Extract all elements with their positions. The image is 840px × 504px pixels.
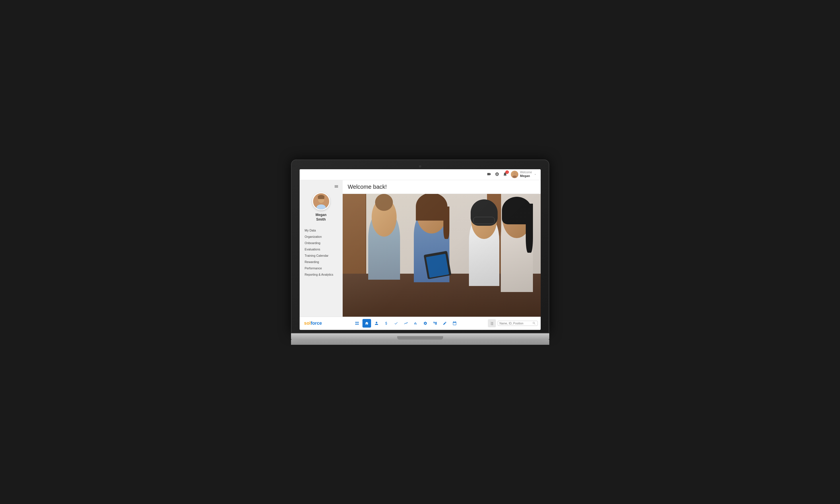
screen-bezel: 1 Welcome Megan	[291, 160, 549, 333]
sidebar-item-organization[interactable]: Organization	[303, 234, 340, 240]
org-icon-btn[interactable]	[431, 319, 440, 328]
welcome-header: Welcome back!	[343, 180, 541, 194]
sidebar-item-performance[interactable]: Performance	[303, 265, 340, 271]
search-input[interactable]	[500, 322, 531, 325]
calendar-icon-btn[interactable]	[450, 319, 459, 328]
search-icon	[532, 322, 536, 325]
search-input-wrap	[498, 321, 538, 326]
brand-logo: solforce	[303, 321, 324, 326]
toolbar-icons	[353, 319, 459, 328]
bottom-toolbar: solforce	[300, 317, 541, 330]
sidebar-nav: My Data Organization Onboarding Evaluati…	[300, 227, 343, 278]
svg-rect-5	[318, 196, 324, 199]
sidebar-item-onboarding[interactable]: Onboarding	[303, 240, 340, 246]
check-icon-btn[interactable]	[392, 319, 400, 328]
grid-icon-btn[interactable]	[353, 319, 361, 328]
gear-icon-btn[interactable]	[421, 319, 430, 328]
sidebar-item-training-calendar[interactable]: Training Calendar	[303, 252, 340, 259]
notification-badge: 1	[505, 170, 509, 174]
sidebar: Megan Smith My Data Organization Onboard…	[300, 180, 343, 317]
laptop-frame: 1 Welcome Megan	[291, 160, 549, 345]
settings-icon[interactable]	[495, 172, 499, 177]
hero-image	[343, 194, 541, 317]
dollar-icon-btn[interactable]	[382, 319, 391, 328]
trend-icon-btn[interactable]	[401, 319, 410, 328]
camera	[419, 165, 421, 167]
svg-point-0	[514, 172, 516, 175]
laptop-stand	[291, 340, 549, 345]
video-icon[interactable]	[487, 172, 491, 177]
welcome-title: Welcome back!	[348, 184, 536, 190]
sidebar-item-rewarding[interactable]: Rewarding	[303, 259, 340, 265]
home-icon-btn[interactable]	[362, 319, 371, 328]
content-area: Welcome back!	[343, 180, 541, 317]
sidebar-item-evaluations[interactable]: Evaluations	[303, 246, 340, 252]
user-avatar-small	[511, 171, 518, 178]
sidebar-avatar	[312, 193, 330, 210]
toolbar-search	[488, 319, 538, 327]
search-filter-btn[interactable]	[488, 319, 496, 327]
sidebar-username: Megan Smith	[316, 213, 326, 222]
user-welcome-text: Welcome Megan	[520, 171, 532, 178]
laptop-base	[291, 333, 549, 340]
sidebar-item-reporting-analytics[interactable]: Reporting & Analytics	[303, 271, 340, 278]
laptop-screen: 1 Welcome Megan	[300, 169, 541, 330]
user-section[interactable]: Welcome Megan	[511, 171, 537, 178]
edit-icon-btn[interactable]	[441, 319, 449, 328]
person-icon-btn[interactable]	[372, 319, 381, 328]
main-layout: Megan Smith My Data Organization Onboard…	[300, 180, 541, 317]
top-bar: 1 Welcome Megan	[300, 169, 541, 180]
notification-icon[interactable]: 1	[503, 172, 507, 177]
svg-point-1	[513, 176, 517, 178]
chart-icon-btn[interactable]	[411, 319, 420, 328]
sidebar-menu-icon[interactable]	[334, 184, 339, 190]
app-container: 1 Welcome Megan	[300, 169, 541, 330]
sidebar-item-my-data[interactable]: My Data	[303, 227, 340, 234]
